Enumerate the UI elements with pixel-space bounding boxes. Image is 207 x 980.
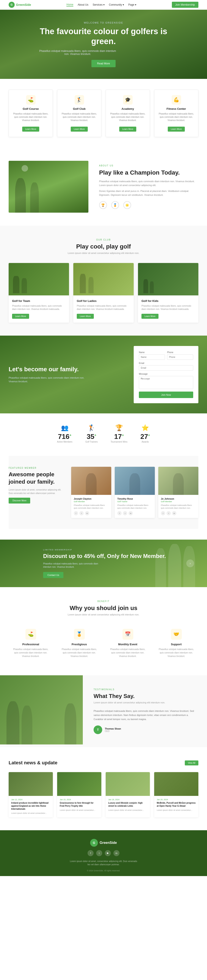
members-icon: 👥 <box>57 424 73 431</box>
nav-services[interactable]: Services ▾ <box>93 3 104 6</box>
about-image-container <box>9 161 88 213</box>
why-heading: Why you should join us <box>9 605 198 612</box>
fitness-desc: Phasellus volutpat malesuada libero, qui… <box>159 112 194 122</box>
stats-section: 👥 716+ Active Members 🏌️ 35+ Golf Traine… <box>0 414 207 539</box>
contact-us-button[interactable]: Contact Us <box>43 572 63 578</box>
feature-card-golf-course: ⛳ Golf Course Phasellus volutpat malesua… <box>9 90 53 137</box>
news-card-1: Jan 12, 2024 Ireland produce incredible … <box>9 772 53 817</box>
member-2-role: Golf Trainer <box>117 501 152 503</box>
hero-cta-button[interactable]: Read More <box>92 60 115 67</box>
footer-twitter-icon[interactable]: t <box>96 850 102 856</box>
instagram-icon-3[interactable]: in <box>172 511 176 515</box>
navbar: G GreenSide Home About Us Services ▾ Com… <box>0 0 207 10</box>
news-2-date: Jan 15, 2024 <box>60 799 99 801</box>
nav-community[interactable]: Community ▾ <box>109 3 124 6</box>
club-teams-image <box>9 263 69 295</box>
award-3: 🌟 <box>123 201 131 209</box>
view-all-button[interactable]: View All <box>185 760 198 765</box>
member-1-social: f t in <box>74 511 109 515</box>
academy-btn[interactable]: Learn More <box>119 127 136 132</box>
form-row-name-phone: Name Phone <box>139 351 193 360</box>
footer-social-links: f t ▶ in <box>9 850 198 856</box>
news-heading: Latest news & update <box>9 760 57 766</box>
discount-next-arrow[interactable]: › <box>186 560 194 567</box>
awards-icon: ⭐ <box>141 424 150 431</box>
club-card-kids: Golf for Kids Phasellus volutpat malesua… <box>138 263 198 323</box>
testimonial-image <box>0 675 83 745</box>
club-card-teams: Golf for Team Phasellus volutpat malesua… <box>9 263 69 323</box>
twitter-icon-2[interactable]: t <box>123 511 127 515</box>
testimonial-section: Testimonials What They Say. Lorem ipsum … <box>0 675 207 747</box>
member-3-image <box>158 467 198 495</box>
trainers-label: Golf Trainers <box>85 441 98 443</box>
award-star-icon: 🌟 <box>123 201 131 209</box>
golf-course-desc: Phasellus volutpat malesuada libero, qui… <box>13 112 48 122</box>
golf-club-title: Golf Club <box>62 107 97 110</box>
facebook-icon-2[interactable]: f <box>117 511 122 515</box>
news-1-body: Jan 12, 2024 Ireland produce incredible … <box>9 796 53 817</box>
golf-course-btn[interactable]: Learn More <box>22 127 39 132</box>
author-avatar: T <box>93 725 102 734</box>
club-ladies-body: Golf for Ladies Phasellus volutpat males… <box>73 295 134 323</box>
instagram-icon-2[interactable]: in <box>128 511 133 515</box>
news-1-image <box>9 772 53 796</box>
logo[interactable]: G GreenSide <box>9 2 31 8</box>
news-2-image <box>57 772 101 796</box>
member-1-name: Joseph Clayton <box>74 498 109 500</box>
twitter-icon-3[interactable]: t <box>166 511 171 515</box>
why-card-support: 🤝 Support Phasellus volutpat malesuada l… <box>154 625 198 662</box>
nav-page[interactable]: Page ▾ <box>128 3 136 6</box>
monthly-event-icon: 📅 <box>122 629 133 640</box>
club-sub: Lorem ipsum dolor sit amet consectetur a… <box>9 252 198 255</box>
facebook-icon-3[interactable]: f <box>161 511 165 515</box>
facebook-icon[interactable]: f <box>74 511 78 515</box>
email-input[interactable] <box>139 365 193 371</box>
member-3-role: Golf Member <box>161 501 196 503</box>
why-cards-row: ⛳ Professional Phasellus volutpat malesu… <box>9 625 198 662</box>
twitter-icon[interactable]: t <box>79 511 84 515</box>
fitness-btn[interactable]: Learn More <box>168 127 185 132</box>
footer-youtube-icon[interactable]: ▶ <box>105 850 111 856</box>
footer-instagram-icon[interactable]: in <box>114 850 120 856</box>
golf-club-btn[interactable]: Learn More <box>71 127 88 132</box>
form-group-email: Email <box>139 362 193 371</box>
news-4-desc: Lorem ipsum dolor sit amet consectetur..… <box>157 809 196 812</box>
awards-label: Awards <box>141 441 150 443</box>
news-2-body: Jan 15, 2024 Graciousness to fore throug… <box>57 796 101 814</box>
form-group-message: Message <box>139 373 193 390</box>
stat-tournaments: 🏆 17+ Tournament Wins <box>111 424 128 443</box>
name-input[interactable] <box>139 355 165 360</box>
member-2-social: f t in <box>117 511 152 515</box>
news-3-image <box>106 772 150 796</box>
author-role: CEO <box>105 730 121 732</box>
member-card-3: Jo Johnson Golf Member Phasellus volutpa… <box>158 467 198 518</box>
nav-about[interactable]: About Us <box>77 3 88 6</box>
discover-more-button[interactable]: Discover More <box>9 498 30 504</box>
trainers-number: 35+ <box>85 433 98 441</box>
hero-section: Welcome to Greenside The favourite colou… <box>0 10 207 79</box>
trainers-icon: 🏌️ <box>85 424 98 431</box>
form-group-phone: Phone <box>167 351 193 360</box>
message-input[interactable] <box>139 376 193 389</box>
monthly-event-title: Monthly Event <box>109 643 146 646</box>
club-section: Our Club Play cool, play golf Lorem ipsu… <box>0 226 207 336</box>
club-kids-btn[interactable]: Learn More <box>141 314 158 319</box>
phone-input[interactable] <box>167 355 193 360</box>
member-1-desc: Phasellus volutpat malesuada libero quis… <box>74 504 109 509</box>
testimonial-content: Testimonials What They Say. Lorem ipsum … <box>83 675 207 747</box>
news-card-3: Jan 18, 2024 Luxury and lifestyle conjoi… <box>106 772 150 817</box>
club-teams-btn[interactable]: Learn More <box>12 314 29 319</box>
testimonial-label: Testimonials <box>93 688 196 690</box>
about-content: About Us Play like a Champion Today. Pha… <box>88 164 198 209</box>
join-membership-button[interactable]: Join Membership <box>172 2 198 8</box>
join-submit-button[interactable]: Join Now <box>139 391 193 398</box>
support-title: Support <box>158 643 195 646</box>
club-teams-title: Golf for Team <box>12 299 66 302</box>
club-ladies-btn[interactable]: Learn More <box>77 314 94 319</box>
club-teams-body: Golf for Team Phasellus volutpat malesua… <box>9 295 69 323</box>
club-teams-desc: Phasellus volutpat malesuada libero, qui… <box>12 304 66 311</box>
footer-facebook-icon[interactable]: f <box>87 850 93 856</box>
nav-home[interactable]: Home <box>66 3 73 6</box>
feature-card-fitness: 💪 Fitness Center Phasellus volutpat male… <box>154 90 198 137</box>
instagram-icon[interactable]: in <box>85 511 89 515</box>
